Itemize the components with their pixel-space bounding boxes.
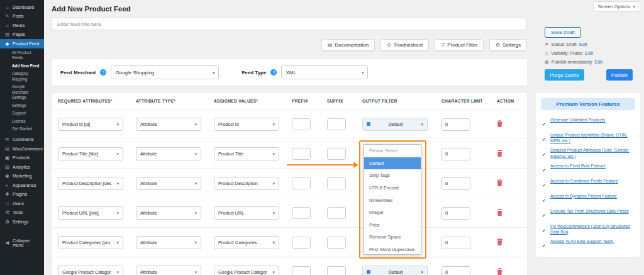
sidebar-item-users[interactable]: ☺Users [0,199,44,208]
save-draft-button[interactable]: Save Draft [545,27,581,38]
sidebar-item-product-feed[interactable]: ◆Product Feed [0,39,44,48]
visibility-edit-link[interactable]: Edit [585,50,593,56]
trash-icon[interactable] [497,209,502,216]
suffix-input[interactable] [327,266,346,275]
assigned-value-select[interactable]: Product Description [214,177,279,190]
required-attribute-select[interactable]: Google Product Categor [58,266,123,275]
premium-feature-link[interactable]: Fix WooCommerce's (Json-Ld) Structured D… [536,222,640,237]
prefix-input[interactable] [292,118,311,130]
schedule-edit-link[interactable]: Edit [595,59,603,65]
submenu-item-category-mapping[interactable]: Category Mapping [0,70,44,83]
sidebar-item-marketing[interactable]: ◉Marketing [0,172,44,181]
dropdown-option[interactable]: Please Select [364,145,421,157]
sidebar-item-products[interactable]: ▣Products [0,154,44,163]
trash-icon[interactable] [497,239,502,245]
documentation-button[interactable]: ▤Documentation [321,39,375,51]
sidebar-item-analytics[interactable]: ▥Analytics [0,162,44,172]
prefix-input[interactable] [292,266,311,275]
sidebar-item-posts[interactable]: ✎Posts [0,12,44,21]
attribute-type-select[interactable]: Attribute [136,147,201,160]
assigned-value-select[interactable]: Product Title [214,147,279,160]
submenu-item-get-started[interactable]: Get Started [0,125,44,133]
assigned-value-select[interactable]: Product URL [214,206,279,220]
premium-feature-link[interactable]: Detailed Product Attributes (Size, Gende… [536,145,640,160]
character-limit-input[interactable] [441,207,470,220]
required-attribute-select[interactable]: Product Id [id] [58,118,123,131]
character-limit-input[interactable] [441,118,470,131]
required-attribute-select[interactable]: Product URL [link] [58,206,123,220]
attribute-type-select[interactable]: Attribute [136,177,201,190]
settings-button[interactable]: ⚙Settings [489,39,527,51]
prefix-input[interactable] [292,207,311,219]
character-limit-input[interactable] [441,177,470,190]
trash-icon[interactable] [497,268,502,275]
dropdown-option[interactable]: First Word Uppercase [364,244,421,255]
sidebar-item-comments[interactable]: ✉Comments [0,135,44,145]
required-attribute-select[interactable]: Product Title [title] [58,147,123,160]
screen-options-button[interactable]: Screen Options [593,1,640,12]
trash-icon[interactable] [497,179,502,186]
dropdown-option[interactable]: Integer [364,206,421,219]
submenu-item-add-new-feed[interactable]: Add New Feed [0,62,44,70]
dropdown-option[interactable]: UTF-8 Encode [364,182,421,194]
prefix-input[interactable] [292,237,311,249]
assigned-value-select[interactable]: Product Id [214,118,279,131]
output-filter-select[interactable]: Default [362,118,428,131]
prefix-input[interactable] [292,148,311,160]
sidebar-item-plugins[interactable]: ✚Plugins [0,190,44,199]
premium-feature-link[interactable]: Unique Product Identifiers (Brand, GTIN,… [536,130,640,145]
required-attribute-select[interactable]: Product Categories [pro [58,236,123,249]
suffix-input[interactable] [327,237,346,249]
premium-feature-link[interactable]: Access to Dynamic Pricing Feature [536,191,640,206]
help-icon[interactable]: ? [270,69,277,76]
sidebar-item-woocommerce[interactable]: ⓌWooCommerce [0,144,44,154]
premium-feature-link[interactable]: Generate Unlimited Products [536,115,640,130]
dropdown-option[interactable]: htmlentities [364,194,421,206]
premium-feature-link[interactable]: Access To An Elite Support Team. [536,237,640,252]
submenu-item-settings[interactable]: Settings [0,102,44,110]
submenu-item-license[interactable]: License [0,118,44,126]
collapse-menu-button[interactable]: ◀Collapse menu [0,236,44,249]
attribute-type-select[interactable]: Attribute [136,236,201,249]
suffix-input[interactable] [327,207,346,219]
dropdown-option-selected[interactable]: Default [364,157,421,170]
sidebar-item-dashboard[interactable]: ⌂Dashboard [0,3,44,12]
character-limit-input[interactable] [441,237,470,249]
sidebar-item-pages[interactable]: ▤Pages [0,30,44,40]
product-filter-button[interactable]: ▽Product Filter [435,39,484,51]
sidebar-item-tools[interactable]: ⚒Tools [0,208,44,218]
feed-merchant-select[interactable]: Google Shopping [111,65,219,79]
purge-cache-button[interactable]: Purge Cache [545,69,584,81]
feed-type-select[interactable]: XML [281,65,368,79]
dropdown-option[interactable]: Price [364,219,421,232]
attribute-type-select[interactable]: Attribute [136,206,201,220]
required-attribute-select[interactable]: Product Description [des [58,177,123,190]
premium-feature-link[interactable]: Access to Feed Rule Feature [536,161,640,176]
submenu-item-google-merchant-settings[interactable]: Google Merchant Settings [0,83,44,102]
troubleshoot-button[interactable]: ⊙Troubleshoot [380,39,429,51]
suffix-input[interactable] [327,148,346,160]
suffix-input[interactable] [327,177,346,189]
submenu-item-support[interactable]: Support [0,109,44,118]
dropdown-option[interactable]: Strip Tags [364,169,421,182]
character-limit-input[interactable] [441,148,470,160]
premium-feature-link[interactable]: Exclude Tax From Structured Data Prices [536,206,640,222]
prefix-input[interactable] [292,177,311,189]
feed-title-input[interactable] [52,18,527,30]
assigned-value-select[interactable]: Product Categories [214,236,279,249]
attribute-type-select[interactable]: Attribute [136,118,201,131]
help-icon[interactable]: ? [100,69,106,76]
dropdown-option[interactable]: Remove Space [364,231,421,244]
sidebar-item-media[interactable]: ♫Media [0,21,44,30]
sidebar-item-appearance[interactable]: ◐Appearance [0,181,44,190]
sidebar-item-settings[interactable]: ⚙Settings [0,217,44,227]
trash-icon[interactable] [497,150,502,157]
publish-button[interactable]: Publish [606,69,633,81]
assigned-value-select[interactable]: Google Product Categor [214,266,279,275]
status-edit-link[interactable]: Edit [579,42,587,47]
attribute-type-select[interactable]: Attribute [136,266,201,275]
premium-feature-link[interactable]: Access to Combined Fields Feature [536,176,640,191]
output-filter-select[interactable]: Default [362,266,428,275]
suffix-input[interactable] [327,118,346,130]
character-limit-input[interactable] [441,266,470,275]
